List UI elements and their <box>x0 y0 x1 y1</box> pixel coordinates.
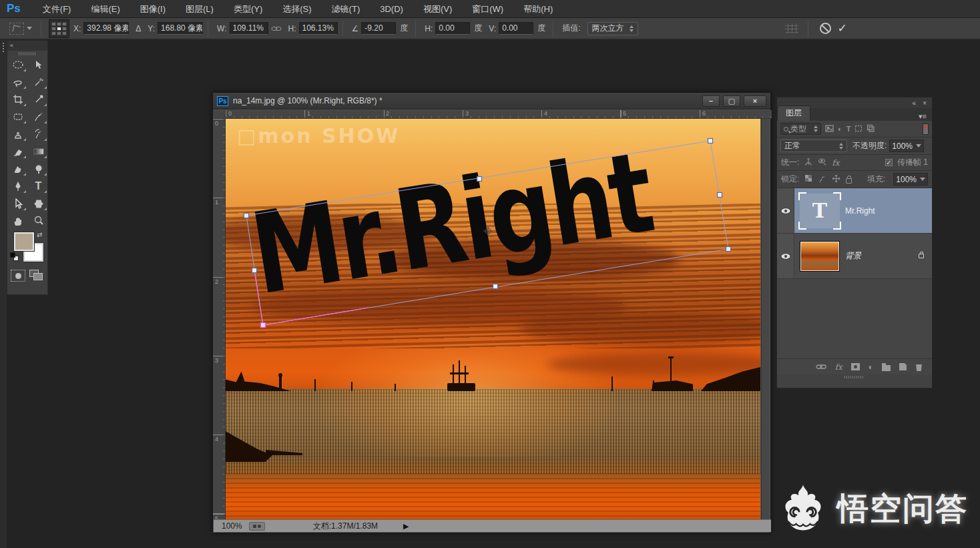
layer-row-background[interactable]: 背景 <box>777 234 932 279</box>
marquee-tool[interactable] <box>7 56 28 73</box>
ruler-top[interactable]: 0 1 2 3 4 5 6 <box>226 110 772 119</box>
gradient-tool[interactable] <box>28 143 49 160</box>
cancel-transform-button[interactable] <box>820 23 831 34</box>
tools-collapse-button[interactable]: « <box>7 41 47 51</box>
fill-input[interactable]: 100% <box>893 173 928 186</box>
layer-style-icon[interactable]: fx <box>835 362 842 372</box>
relative-position-icon[interactable]: Δ <box>136 24 141 33</box>
path-selection-tool[interactable] <box>7 195 28 212</box>
reference-point-locator[interactable] <box>49 19 69 38</box>
visibility-toggle[interactable] <box>777 234 794 278</box>
menu-window[interactable]: 窗口(W) <box>462 0 513 18</box>
menu-help[interactable]: 帮助(H) <box>513 0 563 18</box>
ruler-left[interactable]: 0 1 2 3 4 5 <box>213 119 226 521</box>
panel-close-icon[interactable]: × <box>923 99 927 107</box>
menu-3d[interactable]: 3D(D) <box>370 0 413 18</box>
dock-edge[interactable] <box>0 40 7 548</box>
link-layers-icon[interactable] <box>816 362 826 372</box>
hand-tool[interactable] <box>7 212 28 230</box>
eraser-tool[interactable] <box>7 143 28 160</box>
lock-transparency-icon[interactable] <box>804 174 812 184</box>
canvas[interactable]: □mon SHOW Mr.Right <box>226 119 760 521</box>
x-input[interactable]: 392.98 像素 <box>83 22 129 35</box>
new-layer-icon[interactable] <box>899 363 907 370</box>
menu-image[interactable]: 图像(I) <box>130 0 176 18</box>
document-title-bar[interactable]: Ps na_14m.jpg @ 100% (Mr.Right, RGB/8*) … <box>213 93 770 109</box>
lock-all-icon[interactable] <box>846 178 852 184</box>
menu-select[interactable]: 选择(S) <box>272 0 321 18</box>
vertical-scrollbar[interactable] <box>761 119 770 521</box>
transform-text[interactable]: Mr.Right <box>244 119 760 314</box>
panel-menu-icon[interactable]: ▾≡ <box>913 112 932 121</box>
quick-mask-button[interactable] <box>11 270 25 282</box>
blend-mode-select[interactable]: 正常 <box>780 140 847 152</box>
hskew-input[interactable]: 0.00 <box>435 22 470 35</box>
clone-stamp-tool[interactable] <box>7 125 28 143</box>
lock-position-icon[interactable] <box>832 174 840 185</box>
swap-colors-icon[interactable]: ⇄ <box>37 231 42 238</box>
menu-edit[interactable]: 编辑(E) <box>81 0 130 18</box>
history-brush-tool[interactable] <box>28 125 49 143</box>
zoom-level[interactable]: 100% <box>222 521 242 531</box>
menu-layer[interactable]: 图层(L) <box>176 0 224 18</box>
text-layer-thumbnail[interactable]: T <box>800 194 840 228</box>
lasso-tool[interactable] <box>7 73 28 91</box>
interpolation-select[interactable]: 两次立方 <box>587 22 638 35</box>
tool-preset-caret-icon[interactable] <box>27 27 32 30</box>
filter-type-icon[interactable]: T <box>846 125 851 133</box>
crop-tool[interactable] <box>7 91 28 108</box>
w-input[interactable]: 109.11% <box>230 22 268 35</box>
link-wh-icon[interactable] <box>271 25 282 32</box>
vskew-input[interactable]: 0.00 <box>499 22 533 35</box>
tools-grip[interactable] <box>7 51 47 56</box>
status-options-button[interactable] <box>249 522 265 531</box>
angle-input[interactable]: -9.20 <box>361 22 396 35</box>
smudge-tool[interactable] <box>7 160 28 178</box>
layer-name[interactable]: 背景 <box>845 234 919 278</box>
propagate-checkbox[interactable]: ✓ <box>885 159 893 166</box>
menu-type[interactable]: 类型(Y) <box>224 0 272 18</box>
pen-tool[interactable] <box>7 178 28 195</box>
warp-mode-icon[interactable] <box>785 23 798 33</box>
default-colors-icon[interactable] <box>10 252 19 261</box>
filter-shape-icon[interactable] <box>854 125 863 133</box>
healing-brush-tool[interactable] <box>7 108 28 125</box>
type-tool[interactable]: T <box>28 178 49 195</box>
visibility-toggle[interactable] <box>777 188 794 233</box>
menu-filter[interactable]: 滤镜(T) <box>322 0 371 18</box>
custom-shape-tool[interactable] <box>28 195 49 212</box>
new-group-icon[interactable] <box>882 365 891 371</box>
layers-tab[interactable]: 图层 <box>777 105 810 121</box>
maximize-button[interactable]: ▢ <box>723 95 740 107</box>
layer-name[interactable]: Mr.Right <box>845 188 932 233</box>
minimize-button[interactable]: – <box>702 95 720 107</box>
brush-tool[interactable] <box>28 108 49 125</box>
filter-pixel-icon[interactable] <box>825 125 834 133</box>
layer-filter-select[interactable]: 类型 <box>780 123 821 135</box>
screen-mode-button[interactable] <box>29 270 44 282</box>
filter-switch-icon[interactable] <box>923 123 929 135</box>
layer-row-text[interactable]: T Mr.Right <box>777 188 932 234</box>
unify-style-icon[interactable]: fx <box>832 158 839 168</box>
h-input[interactable]: 106.13% <box>299 22 338 35</box>
move-tool[interactable] <box>28 56 49 73</box>
menu-view[interactable]: 视图(V) <box>413 0 462 18</box>
eyedropper-tool[interactable] <box>28 91 49 108</box>
background-layer-thumbnail[interactable] <box>800 241 840 272</box>
commit-transform-button[interactable]: ✓ <box>838 21 847 35</box>
magic-wand-tool[interactable] <box>28 73 49 91</box>
unify-visibility-icon[interactable] <box>818 158 827 168</box>
add-mask-icon[interactable] <box>851 363 860 370</box>
dodge-tool[interactable] <box>28 160 49 178</box>
foreground-color-swatch[interactable] <box>14 232 34 251</box>
lock-pixels-icon[interactable] <box>818 174 826 185</box>
unify-position-icon[interactable] <box>804 158 813 168</box>
filter-adjustment-icon[interactable]: ◐ <box>838 125 842 133</box>
panel-resize-grip[interactable] <box>777 374 932 380</box>
delete-layer-icon[interactable] <box>915 364 923 371</box>
y-input[interactable]: 168.80 像素 <box>158 22 203 35</box>
menu-file[interactable]: 文件(F) <box>33 0 81 18</box>
zoom-tool[interactable] <box>28 212 49 230</box>
panel-collapse-icon[interactable]: « <box>913 99 917 107</box>
close-button[interactable]: × <box>744 95 766 107</box>
